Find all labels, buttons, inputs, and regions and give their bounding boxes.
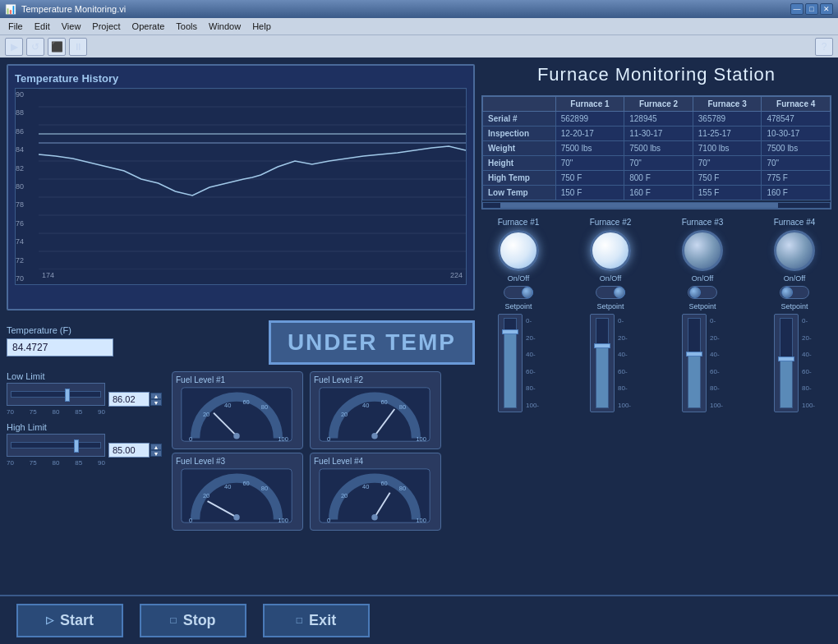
run-button[interactable]: ▶ — [5, 38, 23, 56]
table-row: Weight7500 lbs7500 lbs7100 lbs7500 lbs — [483, 141, 831, 156]
svg-text:100: 100 — [278, 435, 288, 443]
low-limit-up[interactable]: ▲ — [150, 393, 162, 399]
menu-help[interactable]: Help — [247, 21, 276, 32]
svg-text:20: 20 — [341, 411, 348, 418]
furnace-col-1: Furnace #1On/OffSetpoint100-80-60-40-20-… — [481, 218, 555, 412]
minimize-button[interactable]: — — [790, 3, 803, 15]
title-bar: 📊 Temperature Monitoring.vi — □ ✕ — [0, 0, 838, 18]
high-limit-thumb[interactable] — [74, 439, 79, 453]
table-cell-1-1: 11-30-17 — [624, 126, 693, 141]
furnace-col-3: Furnace #3On/OffSetpoint100-80-60-40-20-… — [665, 218, 739, 412]
menu-operate[interactable]: Operate — [127, 21, 170, 32]
fuel-row-2: Fuel Level #3 0 20 40 60 80 100 — [172, 453, 475, 531]
high-limit-spinbox: 85.00 ▲ ▼ — [108, 443, 162, 458]
table-cell-1-0: 12-20-17 — [555, 126, 624, 141]
start-label: Start — [60, 612, 94, 629]
menu-edit[interactable]: Edit — [30, 21, 55, 32]
pause-button[interactable]: ⏸ — [69, 38, 87, 56]
furnace-indicator-4[interactable] — [774, 230, 815, 271]
furnace-toggle-4[interactable] — [780, 286, 809, 299]
high-limit-slider[interactable] — [7, 434, 105, 457]
table-cell-label-4: High Temp — [483, 171, 556, 186]
furnace-setpoint-label-1: Setpoint — [504, 302, 532, 310]
refresh-button[interactable]: ↺ — [26, 38, 44, 56]
svg-text:0: 0 — [327, 435, 330, 443]
low-limit-scale: 70 75 80 85 90 — [7, 408, 105, 416]
temp-value: 84.4727 — [7, 338, 113, 356]
low-limit-control: 70 75 80 85 90 86.02 ▲ ▼ — [7, 383, 162, 416]
low-limit-thumb[interactable] — [65, 389, 70, 402]
y-axis: 90 88 86 84 82 80 78 76 74 72 70 — [16, 89, 39, 284]
under-temp-badge: UNDER TEMP — [269, 320, 475, 365]
furnace-indicators: Furnace #1On/OffSetpoint100-80-60-40-20-… — [481, 218, 831, 412]
table-cell-5-0: 150 F — [555, 186, 624, 200]
svg-text:20: 20 — [203, 411, 210, 418]
table-cell-2-1: 7500 lbs — [624, 141, 693, 156]
stop-toolbar-button[interactable]: ⬛ — [48, 38, 66, 56]
menu-file[interactable]: File — [3, 21, 28, 32]
table-scrollbar[interactable] — [482, 202, 831, 209]
low-limit-track — [11, 391, 101, 398]
svg-text:80: 80 — [399, 403, 406, 411]
limits-fuel-row: Low Limit 70 75 80 — [7, 371, 475, 531]
furnace-setpoint-slider-1[interactable] — [498, 314, 523, 412]
stop-button[interactable]: □ Stop — [140, 604, 246, 637]
furnace-setpoint-thumb-1[interactable] — [502, 329, 518, 334]
furnace-setpoint-scale-2: 100-80-60-40-20-0- — [618, 314, 631, 412]
furnace-setpoint-label-2: Setpoint — [596, 302, 624, 310]
svg-text:40: 40 — [362, 402, 369, 409]
table-scroll[interactable]: Furnace 1 Furnace 2 Furnace 3 Furnace 4 … — [481, 95, 831, 209]
table-cell-5-2: 155 F — [693, 186, 762, 200]
furnace-data-table: Furnace 1 Furnace 2 Furnace 3 Furnace 4 … — [482, 96, 831, 200]
furnace-indicator-1[interactable] — [498, 230, 539, 271]
furnace-indicator-3[interactable] — [682, 230, 723, 271]
furnace-toggle-2[interactable] — [596, 286, 625, 299]
furnace-setpoint-slider-4[interactable] — [774, 314, 799, 412]
low-limit-value: 86.02 — [108, 392, 150, 407]
fuel-gauges: Fuel Level #1 0 — [172, 371, 475, 531]
furnace-setpoint-thumb-4[interactable] — [778, 356, 794, 361]
furnace-setpoint-label-4: Setpoint — [780, 302, 808, 310]
furnace-onoff-label-1: On/Off — [508, 274, 529, 283]
high-limit-up[interactable]: ▲ — [150, 444, 162, 450]
table-cell-label-1: Inspection — [483, 126, 556, 141]
furnace-toggle-1[interactable] — [504, 286, 533, 299]
menu-window[interactable]: Window — [204, 21, 246, 32]
furnace-toggle-3[interactable] — [688, 286, 717, 299]
furnace-setpoint-slider-2[interactable] — [590, 314, 615, 412]
furnace-col-4: Furnace #4On/OffSetpoint100-80-60-40-20-… — [757, 218, 831, 412]
furnace-label-3: Furnace #3 — [682, 218, 724, 227]
close-button[interactable]: ✕ — [820, 3, 833, 15]
help-button[interactable]: ? — [815, 38, 833, 56]
svg-text:80: 80 — [399, 485, 406, 492]
furnace-indicator-2[interactable] — [590, 230, 631, 271]
high-limit-down[interactable]: ▼ — [150, 450, 162, 457]
table-row: Low Temp150 F160 F155 F160 F — [483, 186, 831, 200]
menu-tools[interactable]: Tools — [171, 21, 202, 32]
fuel-gauge-4: Fuel Level #4 0 20 40 60 80 100 — [310, 453, 441, 531]
furnace-setpoint-thumb-2[interactable] — [594, 343, 610, 348]
table-cell-3-0: 70" — [555, 156, 624, 171]
maximize-button[interactable]: □ — [805, 3, 818, 15]
furnace-toggle-knob-2 — [614, 287, 625, 298]
table-cell-2-3: 7500 lbs — [762, 141, 831, 156]
start-button[interactable]: ▷ Start — [16, 604, 123, 637]
menu-view[interactable]: View — [57, 21, 86, 32]
exit-button[interactable]: □ Exit — [263, 604, 370, 637]
low-limit-down[interactable]: ▼ — [150, 399, 162, 406]
table-header-blank — [483, 97, 556, 112]
furnace-station-title: Furnace Monitoring Station — [481, 64, 831, 85]
furnace-setpoint-fill-1 — [504, 332, 516, 407]
furnace-col-2: Furnace #2On/OffSetpoint100-80-60-40-20-… — [573, 218, 647, 412]
svg-text:40: 40 — [224, 483, 231, 490]
table-cell-label-3: Height — [483, 156, 556, 171]
low-limit-slider[interactable] — [7, 383, 105, 406]
menu-project[interactable]: Project — [87, 21, 125, 32]
furnace-setpoint-thumb-3[interactable] — [686, 352, 702, 356]
table-cell-3-2: 70" — [693, 156, 762, 171]
furnace-setpoint-slider-3[interactable] — [682, 314, 707, 412]
furnace-setpoint-label-3: Setpoint — [688, 302, 716, 310]
furnace-label-2: Furnace #2 — [590, 218, 632, 227]
furnace-setpoint-track-2 — [596, 318, 609, 408]
svg-text:20: 20 — [203, 492, 210, 499]
